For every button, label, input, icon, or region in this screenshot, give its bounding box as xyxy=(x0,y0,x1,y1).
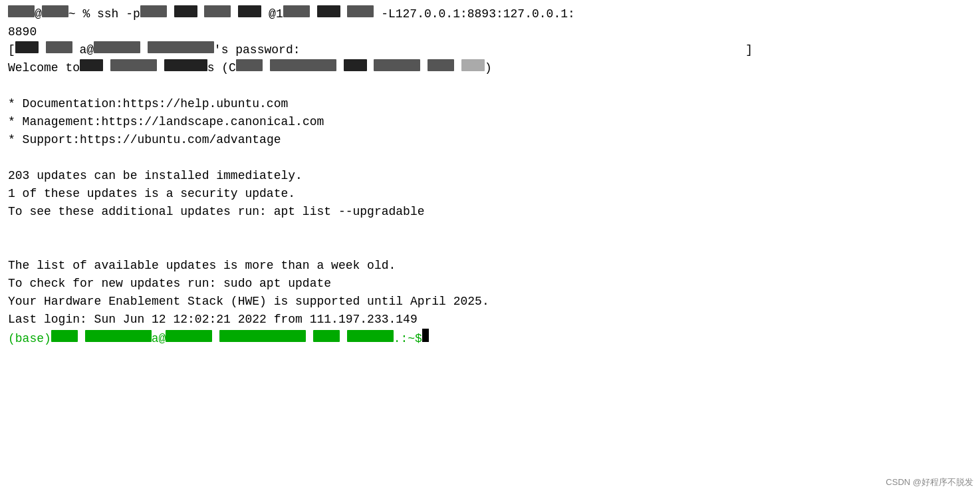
pw-host-redacted xyxy=(94,41,140,53)
welcome-redacted5 xyxy=(270,59,336,71)
space2 xyxy=(197,5,205,23)
ssh-command-line: @ ~ % ssh -p @1 -L127.0.0.1:8893:127.0.0… xyxy=(8,5,972,23)
opt-redacted1 xyxy=(174,5,197,17)
prompt-space4 xyxy=(340,330,347,348)
opt-redacted3 xyxy=(238,5,261,17)
space-w7 xyxy=(454,59,461,77)
space4 xyxy=(261,5,269,23)
space-pw1 xyxy=(39,41,46,59)
doc-label: * Documentation: xyxy=(8,95,123,113)
welcome-redacted1 xyxy=(80,59,103,71)
support-line: * Support: https://ubuntu.com/advantage xyxy=(8,131,972,149)
pw-redacted2 xyxy=(46,41,72,53)
welcome-end: ) xyxy=(485,59,492,77)
terminal-window: @ ~ % ssh -p @1 -L127.0.0.1:8893:127.0.0… xyxy=(0,0,980,495)
prompt-user-at: a@ xyxy=(152,330,166,348)
welcome-redacted2 xyxy=(110,59,157,71)
prompt-end: .:~$ xyxy=(394,330,422,348)
space-w1 xyxy=(103,59,110,77)
updates-line-3: To see these additional updates run: apt… xyxy=(8,203,972,221)
space-w4 xyxy=(336,59,344,77)
port-redacted xyxy=(140,5,167,17)
tunnel-flag: -L127.0.0.1:8893:127.0.0.1: xyxy=(381,5,575,23)
prompt-space1 xyxy=(78,330,85,348)
cursor xyxy=(422,329,429,342)
week-old-line-1: The list of available updates is more th… xyxy=(8,257,972,275)
space-w5 xyxy=(367,59,374,77)
mgmt-label: * Management: xyxy=(8,113,101,131)
opt-redacted4 xyxy=(317,5,340,17)
space-pw2 xyxy=(72,41,80,59)
week-old-line-2: To check for new updates run: sudo apt u… xyxy=(8,275,972,293)
mgmt-line: * Management: https://landscape.canonica… xyxy=(8,113,972,131)
space-w2 xyxy=(157,59,164,77)
host-redacted xyxy=(42,5,68,17)
port-line: 8890 xyxy=(8,23,972,41)
prompt-space2 xyxy=(212,330,219,348)
pw-redacted1 xyxy=(15,41,39,53)
pw-redacted3 xyxy=(148,41,214,53)
password-line: [ a@ 's password: ] xyxy=(8,41,972,59)
support-url: https://ubuntu.com/advantage xyxy=(80,131,281,149)
prompt-sym-redacted xyxy=(313,330,340,342)
hwe-line: Your Hardware Enablement Stack (HWE) is … xyxy=(8,293,972,311)
prompt-dir-redacted xyxy=(85,330,152,342)
ssh-text: ~ % ssh -p xyxy=(68,5,140,23)
space7 xyxy=(374,5,381,23)
prompt-dir2-redacted xyxy=(347,330,394,342)
empty-line-2 xyxy=(8,149,972,167)
empty-line-1 xyxy=(8,77,972,95)
support-label: * Support: xyxy=(8,131,80,149)
updates-line-1: 203 updates can be installed immediately… xyxy=(8,167,972,185)
hostname-redacted xyxy=(8,5,35,17)
empty-line-3 xyxy=(8,221,972,239)
mgmt-url: https://landscape.canonical.com xyxy=(101,113,324,131)
prompt-user-redacted xyxy=(51,330,78,342)
prompt-space3 xyxy=(306,330,313,348)
prompt-line[interactable]: (base) a@ .:~$ xyxy=(8,329,972,348)
empty-line-4 xyxy=(8,239,972,257)
password-text: 's password: xyxy=(214,41,301,59)
prompt-path-redacted xyxy=(219,330,306,342)
welcome-redacted4 xyxy=(236,59,263,71)
updates-line-2: 1 of these updates is a security update. xyxy=(8,185,972,203)
pw-bracket-close: ] xyxy=(300,41,753,59)
pw-bracket-open: [ xyxy=(8,41,15,59)
at-host: @1 xyxy=(269,5,283,23)
pw-user-at: a@ xyxy=(79,41,94,59)
welcome-redacted8 xyxy=(428,59,454,71)
host-part-redacted xyxy=(283,5,310,17)
opt-redacted2 xyxy=(204,5,231,17)
space-w6 xyxy=(420,59,428,77)
welcome-text: Welcome to xyxy=(8,59,80,77)
welcome-redacted9 xyxy=(461,59,485,71)
space1 xyxy=(167,5,174,23)
welcome-redacted7 xyxy=(374,59,420,71)
welcome-s: s (C xyxy=(207,59,236,77)
doc-line: * Documentation: https://help.ubuntu.com xyxy=(8,95,972,113)
welcome-redacted3 xyxy=(164,59,207,71)
space3 xyxy=(231,5,238,23)
port-number: 8890 xyxy=(8,23,37,41)
at-symbol: @ xyxy=(35,5,42,23)
space-w3 xyxy=(263,59,270,77)
opt-redacted5 xyxy=(347,5,374,17)
doc-url: https://help.ubuntu.com xyxy=(123,95,288,113)
space-pw3 xyxy=(140,41,148,59)
prompt-base: (base) xyxy=(8,330,51,348)
space6 xyxy=(340,5,348,23)
prompt-host-redacted xyxy=(166,330,212,342)
watermark: CSDN @好程序不脱发 xyxy=(886,476,973,489)
last-login-line: Last login: Sun Jun 12 12:02:21 2022 fro… xyxy=(8,311,972,329)
welcome-line: Welcome to s (C ) xyxy=(8,59,972,77)
welcome-redacted6 xyxy=(344,59,367,71)
space5 xyxy=(310,5,317,23)
